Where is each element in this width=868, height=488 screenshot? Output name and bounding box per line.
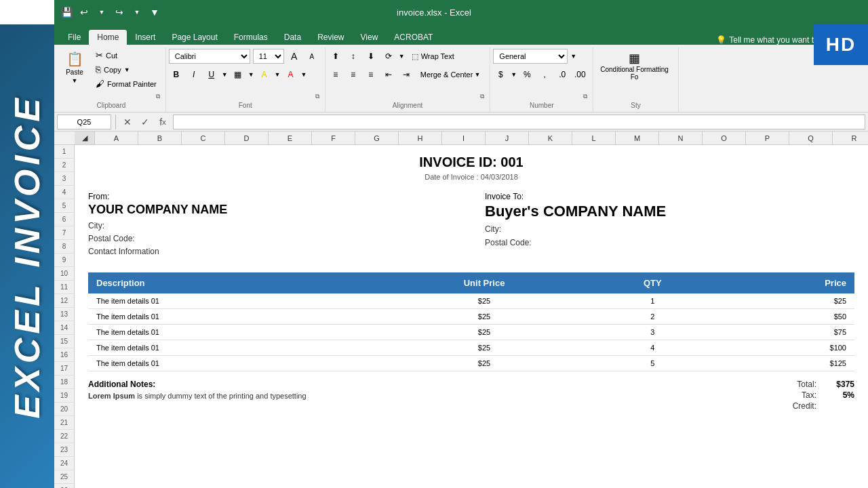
cell-desc[interactable]: The item details 01 [88,355,379,371]
tab-acrobat[interactable]: ACROBAT [386,30,441,45]
cell-desc[interactable]: The item details 01 [88,324,379,340]
cell-unit-price[interactable]: $25 [379,340,590,355]
comma-button[interactable]: , [537,67,552,82]
paste-button[interactable]: 📋 Paste ▼ [60,49,90,86]
align-left-button[interactable]: ≡ [328,67,343,82]
cell-total[interactable]: $25 [715,293,854,309]
num-format-dropdown[interactable]: ▼ [570,53,576,60]
text-angle-dropdown[interactable]: ▼ [399,53,405,60]
cell-desc[interactable]: The item details 01 [88,308,379,324]
ribbon-body: 📋 Paste ▼ ✂ Cut ⎘ Copy ▼ 🖌 [54,45,868,113]
tab-insert[interactable]: Insert [127,30,163,45]
undo-dropdown-icon[interactable]: ▼ [95,5,108,19]
cell-unit-price[interactable]: $25 [379,324,590,340]
cell-total[interactable]: $100 [715,340,854,355]
tab-review[interactable]: Review [309,30,352,45]
alignment-expand-icon[interactable]: ⧉ [480,93,488,101]
tax-row: Tax: 5% [719,390,854,400]
font-grow-icon[interactable]: A [287,49,302,64]
text-angle-button[interactable]: ⟳ [381,49,396,64]
border-button[interactable]: ▦ [231,67,245,82]
wrap-text-button[interactable]: ⬚ Wrap Text [408,51,458,62]
fill-color-button[interactable]: A [257,67,272,82]
cell-total[interactable]: $50 [715,308,854,324]
underline-dropdown-icon[interactable]: ▼ [222,71,228,78]
number-format-select[interactable]: General [493,49,568,64]
font-shrink-icon[interactable]: A [304,49,319,64]
tax-value: 5% [827,390,854,400]
currency-button[interactable]: $ [493,67,508,82]
format-painter-icon: 🖌 [96,79,104,89]
conditional-formatting-button[interactable]: ▦ Conditional Formatting Fo [596,49,673,83]
number-expand-icon[interactable]: ⧉ [583,93,591,101]
italic-button[interactable]: I [186,67,201,82]
tab-page-layout[interactable]: Page Layout [163,30,225,45]
cell-unit-price[interactable]: $25 [379,293,590,309]
bold-button[interactable]: B [169,67,184,82]
align-middle-button[interactable]: ↕ [346,49,361,64]
cell-desc[interactable]: The item details 01 [88,340,379,355]
font-color-dropdown-icon[interactable]: ▼ [301,71,307,78]
cell-qty[interactable]: 5 [589,355,715,371]
font-color-button[interactable]: A [283,67,298,82]
paste-dropdown-icon[interactable]: ▼ [72,77,78,84]
copy-dropdown-icon[interactable]: ▼ [124,66,130,73]
cancel-formula-icon[interactable]: ✕ [120,115,135,129]
tab-data[interactable]: Data [276,30,309,45]
increase-decimal-button[interactable]: .00 [572,67,587,82]
cell-total[interactable]: $125 [715,355,854,371]
decrease-indent-button[interactable]: ⇤ [381,67,396,82]
row-24: 24 [54,457,74,470]
align-bottom-button[interactable]: ⬇ [363,49,378,64]
cell-qty[interactable]: 3 [589,324,715,340]
cell-unit-price[interactable]: $25 [379,355,590,371]
font-name-select[interactable]: Calibri [169,49,250,64]
total-row: Total: $375 [719,380,854,389]
tab-home[interactable]: Home [89,30,127,45]
merge-center-button[interactable]: Merge & Center ▼ [416,69,485,80]
cell-total[interactable]: $75 [715,324,854,340]
fill-dropdown-icon[interactable]: ▼ [275,71,281,78]
merge-dropdown-icon[interactable]: ▼ [474,71,480,78]
border-dropdown-icon[interactable]: ▼ [248,71,254,78]
cell-qty[interactable]: 2 [589,308,715,324]
redo-icon[interactable]: ↪ [113,5,126,19]
tab-file[interactable]: File [60,30,89,45]
align-top-button[interactable]: ⬆ [328,49,343,64]
underline-button[interactable]: U [204,67,219,82]
align-center-button[interactable]: ≡ [346,67,361,82]
col-J: J [486,131,529,144]
col-O: O [703,131,746,144]
format-painter-button[interactable]: 🖌 Format Painter [92,77,160,90]
increase-indent-button[interactable]: ⇥ [399,67,414,82]
cell-unit-price[interactable]: $25 [379,308,590,324]
confirm-formula-icon[interactable]: ✓ [138,115,153,129]
save-icon[interactable]: 💾 [60,5,73,19]
customize-icon[interactable]: ▼ [148,5,161,19]
cell-qty[interactable]: 4 [589,340,715,355]
clipboard-expand-icon[interactable]: ⧉ [156,93,164,101]
formula-input[interactable] [173,115,865,129]
percent-button[interactable]: % [519,67,534,82]
tab-view[interactable]: View [353,30,387,45]
decrease-decimal-button[interactable]: .0 [555,67,570,82]
cell-qty[interactable]: 1 [589,293,715,309]
name-box[interactable]: Q25 [57,115,111,129]
notes-left: Additional Notes: Lorem Ipsum is simply … [88,380,705,412]
tell-me-box[interactable]: 💡 Tell me what you want t [716,35,814,45]
spreadsheet-grid[interactable]: INVOICE ID: 001 Date of Invoice : 04/03/… [75,145,868,488]
font-size-select[interactable]: 11 [253,49,284,64]
redo-dropdown-icon[interactable]: ▼ [130,5,144,19]
cut-button[interactable]: ✂ Cut [92,49,160,62]
tab-formulas[interactable]: Formulas [226,30,276,45]
font-expand-icon[interactable]: ⧉ [315,93,323,101]
undo-icon[interactable]: ↩ [77,5,91,19]
currency-dropdown[interactable]: ▼ [511,71,517,78]
copy-button[interactable]: ⎘ Copy ▼ [92,63,160,76]
col-R: R [833,131,868,144]
align-right-button[interactable]: ≡ [363,67,378,82]
cell-desc[interactable]: The item details 01 [88,293,379,309]
row-19: 19 [54,389,74,403]
insert-function-icon[interactable]: fx [155,115,170,129]
total-label: Total: [797,380,816,389]
